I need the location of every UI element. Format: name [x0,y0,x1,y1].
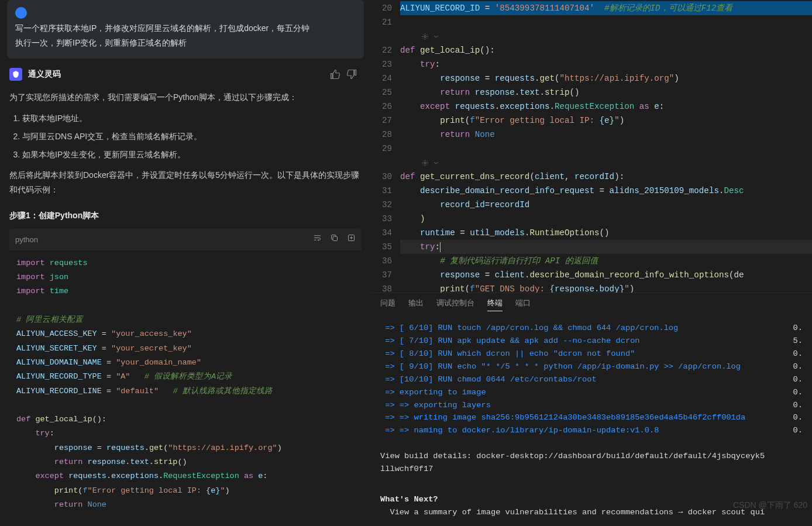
assistant-intro: 为了实现您所描述的需求，我们需要编写一个Python脚本，通过以下步骤完成： [9,90,362,105]
code-line-29[interactable] [400,142,812,156]
line-number-gutter: 20 21 22 23 24 25 26 27 28 29 30 31 32 3… [371,0,400,293]
tab-problems[interactable]: 问题 [380,298,395,311]
code-header: python [9,229,362,250]
code-line-27[interactable]: print(f"Error getting local IP: {e}") [400,114,812,128]
code-line-31[interactable]: describe_domain_record_info_request = al… [400,184,812,198]
val: "default" [116,387,159,396]
func-name: get_local_ip [35,415,92,424]
panel-tabs: 问题 输出 调试控制台 终端 端口 [371,293,812,316]
code-line-23[interactable]: try: [400,57,812,71]
code-area[interactable]: ALIYUN_RECORD_ID = '854399378111407104' … [400,0,812,293]
code-line-24[interactable]: response = requests.get("https://api.ipi… [400,71,812,85]
comment: # 假设解析类型为A记录 [144,372,232,381]
text-cursor [440,242,441,252]
code-line-20[interactable]: ALIYUN_RECORD_ID = '854399378111407104' … [400,1,812,15]
import-json: json [50,273,68,281]
code-line-38[interactable]: print(f"GET DNS body: {response.body}") [400,282,812,293]
code-line-36[interactable]: # 复制代码运行请自行打印 API 的返回值 [400,254,812,268]
val: "A" [116,372,130,381]
assistant-name: 通义灵码 [28,69,330,80]
assistant-icon [9,68,22,81]
t-cmd: RUN echo "* */5 * * * python /app/ip-dom… [438,362,741,371]
code-line-37[interactable]: response = client.describe_domain_record… [400,268,812,282]
code-line-32[interactable]: record_id=recordId [400,198,812,212]
code-line-28[interactable]: return None [400,128,812,142]
terminal-output[interactable]: => [ 6/10] RUN touch /app/cron.log && ch… [371,316,812,526]
user-message-line2: 执行一次，判断IP变化，则重新修正域名的解析 [15,38,187,47]
tab-output[interactable]: 输出 [408,298,424,311]
var: ALIYUN_SECRET_KEY [16,344,97,353]
chevron-down-icon [432,33,440,40]
cog-icon [421,33,429,40]
cog-icon [421,159,429,167]
code-language-label: python [15,233,313,246]
tab-ports[interactable]: 端口 [515,298,531,311]
assistant-message: 通义灵码 为了实现您所描述的需求，我们需要编写一个Python脚本，通过以下步骤… [7,63,364,526]
err-suffix: " [220,486,225,495]
code-line-33[interactable]: ) [400,212,812,226]
t-writing: => writing image sha256:9b95612124a30be3… [400,413,745,422]
editor-panel: 20 21 22 23 24 25 26 27 28 29 30 31 32 3… [371,0,812,526]
t-naming: => naming to docker.io/library/ip-domain… [400,426,659,435]
svg-point-3 [424,161,426,163]
user-message-text: 写一个程序获取本地IP，并修改对应阿里云域名的解析，打包成docker，每五分钟… [15,21,356,50]
t-cmd: RUN which dcron || echo "dcron not found… [438,349,635,358]
whats-next-heading: What's Next? [380,493,803,506]
try-kw: try [35,429,49,438]
codelens-func1[interactable] [400,29,812,43]
code-line-34[interactable]: runtime = util_models.RuntimeOptions() [400,226,812,240]
step-item: 获取本地IP地址。 [22,111,362,126]
err-mid: {e} [206,486,220,495]
svg-rect-0 [333,236,338,241]
val: "your_secret_key" [111,344,192,353]
step-item: 与阿里云DNS API交互，检查当前域名解析记录。 [22,129,362,144]
var: ALIYUN_RECORD_LINE [16,387,102,396]
chevron-down-icon [432,159,440,167]
code-line-35[interactable]: try: [400,240,812,254]
assistant-body: 为了实现您所描述的需求，我们需要编写一个Python脚本，通过以下步骤完成： 获… [7,90,364,524]
t-exporting: exporting to image [400,388,486,397]
wrap-icon[interactable] [313,232,322,247]
chat-panel: 写一个程序获取本地IP，并修改对应阿里云域名的解析，打包成docker，每五分钟… [0,0,371,526]
var: ALIYUN_ACCESS_KEY [16,329,97,338]
step-item: 如果本地IP发生变化，更新阿里云域名解析。 [22,147,362,162]
comment-config: # 阿里云相关配置 [16,315,83,324]
import-requests: requests [50,259,88,267]
none-const: None [88,500,106,509]
copy-icon[interactable] [330,232,339,247]
val: "your_access_key" [111,329,192,338]
val: "your_domain_name" [116,358,201,367]
code-line-25[interactable]: return response.text.strip() [400,85,812,99]
t-layers: => exporting layers [400,401,491,410]
assistant-code-block[interactable]: import requests import json import time … [9,250,362,518]
tab-debug-console[interactable]: 调试控制台 [436,298,474,311]
t-step: [10/10] [400,375,433,384]
comment: # 默认线路或其他指定线路 [173,387,272,396]
code-line-22[interactable]: def get_local_ip(): [400,43,812,57]
assistant-header: 通义灵码 [7,63,364,85]
import-time: time [50,287,68,295]
t-cmd: RUN chmod 0644 /etc/crontabs/root [438,375,597,384]
t-cmd: RUN touch /app/cron.log && chmod 644 /ap… [438,324,679,332]
user-message: 写一个程序获取本地IP，并修改对应阿里云域名的解析，打包成docker，每五分钟… [7,0,364,59]
view-build-details: View build details: docker-desktop://das… [380,450,803,463]
view-build-details-2: lllwchf0f17 [380,463,803,476]
thumbs-up-icon[interactable] [330,69,340,80]
tab-terminal[interactable]: 终端 [487,298,503,311]
var: ALIYUN_DOMAIN_NAME [16,358,102,367]
assistant-after-steps: 然后将此脚本封装到Docker容器中，并设置定时任务以每5分钟运行一次。以下是具… [9,168,362,197]
editor-area[interactable]: 20 21 22 23 24 25 26 27 28 29 30 31 32 3… [371,0,812,293]
t-cmd: RUN apk update && apk add --no-cache dcr… [438,336,640,345]
t-step: [ 7/10] [400,336,433,345]
code-line-21[interactable] [400,15,812,29]
thumbs-down-icon[interactable] [346,69,357,80]
t-step: [ 8/10] [400,349,433,358]
code-line-26[interactable]: except requests.exceptions.RequestExcept… [400,99,812,114]
t-step: [ 6/10] [400,324,433,332]
insert-icon[interactable] [347,232,356,247]
user-avatar [15,7,27,19]
err-prefix: "Error getting local IP: [88,486,207,495]
codelens-func2[interactable] [400,156,812,170]
whats-next-summary: View a summary of image vulnerabilities … [380,506,803,519]
code-line-30[interactable]: def get_current_dns_record(client, recor… [400,170,812,184]
